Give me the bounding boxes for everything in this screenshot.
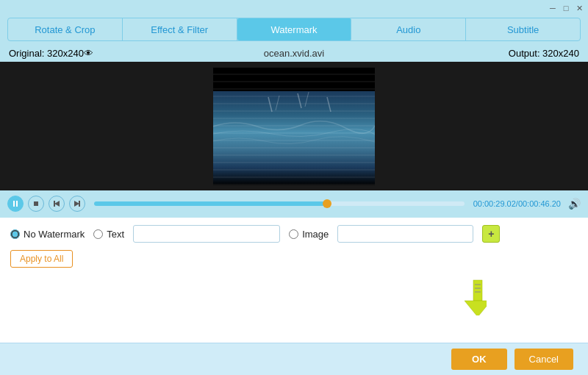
text-label: Text <box>107 229 124 240</box>
svg-rect-5 <box>13 201 15 207</box>
options-area: No Watermark Text Image + Apply to All <box>0 217 588 274</box>
maximize-button[interactable]: □ <box>560 2 572 14</box>
image-label: Image <box>302 229 329 240</box>
svg-marker-10 <box>74 201 79 207</box>
ok-button[interactable]: OK <box>451 349 507 370</box>
total-time: 00:00:46.20 <box>518 199 561 208</box>
image-watermark-input[interactable] <box>337 225 473 243</box>
close-button[interactable]: ✕ <box>573 2 585 14</box>
image-radio[interactable] <box>289 229 298 239</box>
pause-icon <box>12 200 18 207</box>
tab-effect[interactable]: Effect & Filter <box>123 18 237 40</box>
svg-line-4 <box>327 97 331 112</box>
apply-to-all-row: Apply to All <box>10 250 578 268</box>
volume-icon[interactable]: 🔊 <box>568 198 581 210</box>
text-radio[interactable] <box>93 229 103 239</box>
preview-eye-icon[interactable]: 👁 <box>84 48 93 59</box>
tab-bar: Rotate & Crop Effect & Filter Watermark … <box>7 18 581 41</box>
original-size-label: Original: 320x240 <box>9 48 84 59</box>
add-image-button[interactable]: + <box>482 225 500 243</box>
progress-fill <box>94 201 327 206</box>
svg-rect-6 <box>16 201 18 207</box>
no-watermark-radio[interactable] <box>10 229 20 239</box>
svg-line-1 <box>276 96 279 110</box>
svg-rect-11 <box>79 201 80 207</box>
tab-audio[interactable]: Audio <box>351 18 466 40</box>
svg-rect-7 <box>34 201 38 206</box>
text-watermark-option[interactable]: Text <box>93 229 124 240</box>
progress-thumb[interactable] <box>323 199 331 208</box>
next-icon <box>74 200 81 207</box>
image-watermark-option[interactable]: Image <box>289 229 329 240</box>
tab-watermark[interactable]: Watermark <box>237 18 352 40</box>
download-arrow-icon <box>465 279 487 315</box>
svg-line-0 <box>268 97 272 112</box>
footer: OK Cancel <box>0 343 588 375</box>
svg-marker-8 <box>54 201 60 207</box>
svg-rect-9 <box>54 201 55 207</box>
svg-marker-13 <box>465 301 487 315</box>
text-watermark-input[interactable] <box>133 225 280 243</box>
prev-icon <box>53 200 60 207</box>
video-frame <box>213 68 375 185</box>
watermark-row: No Watermark Text Image + <box>10 225 578 243</box>
current-time: 00:00:29.02 <box>473 199 516 208</box>
cancel-button[interactable]: Cancel <box>514 349 573 370</box>
minimize-button[interactable]: ─ <box>547 2 559 14</box>
progress-bar[interactable] <box>94 201 465 206</box>
svg-line-2 <box>298 93 301 108</box>
tab-subtitle[interactable]: Subtitle <box>466 18 580 40</box>
video-preview <box>213 68 375 185</box>
stop-icon <box>33 201 39 207</box>
time-display: 00:00:29.02/00:00:46.20 <box>473 199 561 208</box>
controls-bar: 00:00:29.02/00:00:46.20 🔊 <box>0 190 588 217</box>
pause-button[interactable] <box>7 196 24 212</box>
download-icon-container <box>465 279 487 318</box>
no-watermark-label: No Watermark <box>24 229 85 240</box>
next-button[interactable] <box>69 196 85 212</box>
no-watermark-option[interactable]: No Watermark <box>10 229 85 240</box>
video-area <box>0 62 588 190</box>
info-bar: Original: 320x240 👁 ocean.xvid.avi Outpu… <box>0 44 588 62</box>
title-bar: ─ □ ✕ <box>0 0 588 16</box>
file-name-label: ocean.xvid.avi <box>264 48 324 59</box>
wave-svg <box>213 68 375 185</box>
tab-rotate[interactable]: Rotate & Crop <box>8 18 123 40</box>
stop-button[interactable] <box>28 196 44 212</box>
apply-to-all-button[interactable]: Apply to All <box>10 250 73 268</box>
prev-button[interactable] <box>49 196 65 212</box>
svg-rect-12 <box>473 280 482 301</box>
output-size-label: Output: 320x240 <box>509 48 579 59</box>
svg-line-3 <box>305 92 309 107</box>
